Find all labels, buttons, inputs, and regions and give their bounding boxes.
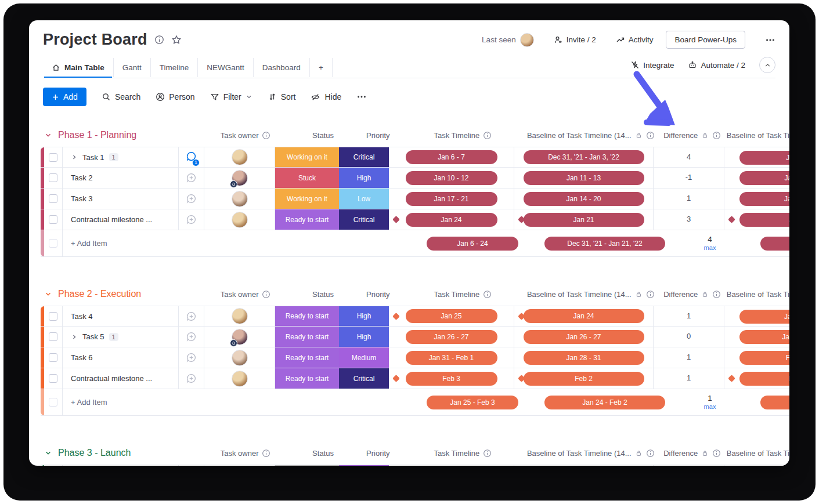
column-header-timeline[interactable]: Task Timeline	[402, 290, 524, 299]
baseline-cell[interactable]: Jan 21	[514, 209, 654, 230]
task-name-cell[interactable]: Task 51	[63, 327, 179, 347]
person-filter-button[interactable]: Person	[156, 92, 194, 101]
column-header-difference[interactable]: Difference	[658, 131, 727, 140]
priority-cell[interactable]: Critical	[339, 368, 389, 389]
priority-cell[interactable]: Medium	[339, 347, 389, 368]
filter-button[interactable]: Filter	[210, 92, 252, 101]
ellipsis-icon[interactable]	[765, 35, 775, 45]
info-icon[interactable]	[712, 449, 721, 458]
add-button[interactable]: Add	[43, 88, 86, 106]
row-checkbox[interactable]	[49, 353, 57, 362]
baseline2-cell[interactable]: Feb 2	[724, 347, 789, 368]
timeline-cell[interactable]: Feb 4 - 8	[389, 465, 514, 466]
hide-button[interactable]: Hide	[311, 92, 341, 102]
tab-dashboard[interactable]: Dashboard	[254, 58, 310, 77]
star-icon[interactable]	[171, 35, 182, 45]
collapse-group-icon[interactable]	[44, 290, 52, 298]
column-header-baseline2[interactable]: Baseline of Task Timeline	[727, 290, 789, 299]
task-owner-cell[interactable]	[204, 327, 275, 347]
add-update-icon[interactable]	[186, 172, 197, 183]
priority-cell[interactable]: High	[339, 327, 389, 347]
sort-button[interactable]: Sort	[268, 92, 296, 101]
task-name-cell[interactable]: Task 11	[63, 147, 179, 167]
column-header-priority[interactable]: Priority	[354, 131, 402, 140]
baseline2-cell[interactable]: Jan 31 -	[724, 327, 789, 347]
column-header-baseline[interactable]: Baseline of Task Timeline (14...	[524, 290, 658, 299]
group-title[interactable]: Phase 2 - Execution	[58, 289, 141, 299]
baseline-cell[interactable]: Jan 24	[514, 306, 654, 326]
timeline-cell[interactable]: Jan 26 - 27	[389, 327, 514, 347]
status-cell[interactable]: Ready to start	[275, 347, 339, 368]
baseline-cell[interactable]: Jan 11 - 13	[514, 168, 654, 188]
column-header-owner[interactable]: Task owner	[199, 290, 293, 299]
task-owner-cell[interactable]	[204, 368, 275, 389]
column-header-baseline2[interactable]: Baseline of Task Timeline	[727, 449, 789, 458]
info-icon[interactable]	[262, 131, 270, 140]
info-icon[interactable]	[154, 35, 164, 45]
task-owner-cell[interactable]	[204, 347, 275, 368]
status-cell[interactable]: Stuck	[275, 168, 339, 188]
task-owner-cell[interactable]	[204, 147, 275, 167]
info-icon[interactable]	[646, 131, 655, 140]
search-button[interactable]: Search	[102, 92, 140, 101]
collapse-group-icon[interactable]	[44, 449, 52, 457]
task-name-cell[interactable]: Task 4	[63, 306, 179, 326]
collapse-group-icon[interactable]	[44, 131, 52, 139]
info-icon[interactable]	[262, 449, 270, 458]
invite-button[interactable]: Invite / 2	[547, 35, 596, 45]
timeline-cell[interactable]: Jan 25	[389, 306, 514, 326]
task-name-cell[interactable]: Task 2	[63, 168, 179, 188]
task-owner-cell[interactable]	[204, 465, 275, 466]
column-header-timeline[interactable]: Task Timeline	[402, 131, 524, 140]
add-update-icon[interactable]	[186, 193, 197, 204]
tab-newgantt[interactable]: NEWGantt	[198, 58, 254, 77]
chevron-down-icon[interactable]	[246, 93, 252, 100]
task-name-cell[interactable]: Contractual milestone ...	[63, 209, 179, 230]
baseline2-cell[interactable]: Jan 1	[724, 147, 789, 167]
board-power-ups-button[interactable]: Board Power-Ups	[666, 31, 745, 49]
tab-main-table[interactable]: Main Table	[43, 58, 114, 77]
task-owner-cell[interactable]	[204, 168, 275, 188]
integrate-button[interactable]: Integrate	[630, 60, 674, 70]
baseline2-cell[interactable]: Feb	[724, 368, 789, 389]
chevron-right-icon[interactable]	[71, 154, 78, 161]
baseline2-cell[interactable]: Jan 11	[724, 168, 789, 188]
info-icon[interactable]	[483, 449, 492, 458]
column-header-baseline[interactable]: Baseline of Task Timeline (14...	[524, 449, 658, 458]
status-cell[interactable]: Working on it	[275, 188, 339, 209]
timeline-cell[interactable]: Jan 31 - Feb 1	[389, 347, 514, 368]
baseline2-cell[interactable]: Jan 14	[724, 188, 789, 209]
avatar[interactable]	[520, 33, 534, 47]
column-header-priority[interactable]: Priority	[354, 290, 402, 299]
activity-button[interactable]: Activity	[609, 35, 654, 45]
toolbar-ellipsis-icon[interactable]	[356, 92, 367, 102]
add-item-cell[interactable]: + Add Item	[63, 389, 410, 415]
column-header-status[interactable]: Status	[292, 449, 353, 458]
task-name-cell[interactable]: Contractual milestone ...	[63, 368, 179, 389]
priority-cell[interactable]: Critical	[339, 209, 389, 230]
column-header-owner[interactable]: Task owner	[199, 449, 293, 458]
row-checkbox[interactable]	[49, 312, 57, 321]
info-icon[interactable]	[483, 290, 492, 299]
status-cell[interactable]	[275, 465, 339, 466]
row-checkbox[interactable]	[49, 153, 57, 162]
collapse-header-button[interactable]	[759, 57, 775, 73]
add-update-icon[interactable]	[186, 331, 197, 342]
column-header-owner[interactable]: Task owner	[199, 131, 293, 140]
status-cell[interactable]: Ready to start	[275, 327, 339, 347]
group-title[interactable]: Phase 3 - Launch	[58, 448, 131, 458]
add-update-icon[interactable]	[186, 311, 197, 322]
row-checkbox[interactable]	[49, 215, 57, 224]
status-cell[interactable]: Working on it	[275, 147, 339, 167]
info-icon[interactable]	[712, 131, 721, 140]
baseline-cell[interactable]: Jan 28 - 31	[514, 347, 654, 368]
priority-cell[interactable]: Medium	[339, 465, 389, 466]
row-checkbox[interactable]	[49, 173, 57, 182]
row-checkbox[interactable]	[49, 239, 57, 248]
baseline2-cell[interactable]: Jan 24	[724, 306, 789, 326]
timeline-cell[interactable]: Feb 3	[389, 368, 514, 389]
baseline2-cell[interactable]: Feb 10	[724, 465, 789, 466]
priority-cell[interactable]: High	[339, 306, 389, 326]
chat-icon[interactable]: 1	[186, 151, 197, 164]
baseline2-cell[interactable]: Jan	[724, 209, 789, 230]
